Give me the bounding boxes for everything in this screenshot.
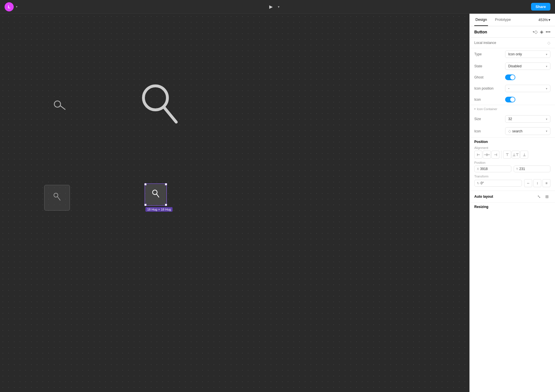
svg-line-5 xyxy=(58,197,60,200)
canvas[interactable]: 18 Hug × 18 Hug xyxy=(0,14,469,392)
resizing-title: Resizing xyxy=(474,205,550,209)
component-header: Button ▾ ◇ ◈ ••• xyxy=(470,26,555,38)
component-target-icon[interactable]: ◈ xyxy=(540,29,543,35)
topbar-center: ▶ ▾ xyxy=(268,2,281,11)
icon-value-label: Icon xyxy=(474,129,503,133)
align-middle-v-button[interactable]: ⊥⊤ xyxy=(512,151,520,159)
position-title: Position xyxy=(474,140,550,144)
state-dropdown[interactable]: Disabled ▾ xyxy=(505,62,550,70)
tab-design[interactable]: Design xyxy=(474,14,488,26)
svg-line-1 xyxy=(60,105,65,110)
topbar-right: Share xyxy=(531,3,550,11)
state-value[interactable]: Disabled ▾ xyxy=(505,62,550,70)
size-dropdown[interactable]: 32 ▾ xyxy=(505,115,550,123)
zoom-value: 453% xyxy=(538,18,548,22)
y-value[interactable]: 231 xyxy=(519,167,548,171)
icon-value-row: Icon ◇ search ▾ xyxy=(470,125,555,137)
position-section: Position Alignment ⊢ ⊣⊢ ⊣ ⊤ ⊥⊤ ⊥ Positio… xyxy=(470,137,555,191)
size-row: Size 32 ▾ xyxy=(470,113,555,125)
auto-layout-section: Auto layout ⤡ ⊞ xyxy=(470,191,555,202)
auto-layout-settings-button[interactable]: ⊞ xyxy=(544,193,550,200)
rotation-value[interactable]: 0° xyxy=(481,181,484,185)
play-button[interactable]: ▶ xyxy=(268,2,274,11)
component-more-icon[interactable]: ••• xyxy=(546,29,550,35)
icon-value[interactable]: ◇ search ▾ xyxy=(505,127,550,135)
align-center-h-button[interactable]: ⊣⊢ xyxy=(483,151,491,159)
selected-button-icon xyxy=(152,189,159,200)
x-value[interactable]: 3918 xyxy=(480,167,509,171)
play-chevron-button[interactable]: ▾ xyxy=(277,4,281,10)
x-input-group[interactable]: X 3918 xyxy=(474,165,511,172)
topbar: L ▾ ▶ ▾ Share xyxy=(0,0,555,14)
svg-point-0 xyxy=(54,100,61,108)
size-prop-value[interactable]: 32 ▾ xyxy=(505,115,550,123)
icon-value-dropdown[interactable]: ◇ search ▾ xyxy=(505,127,550,135)
align-horizontal-group: ⊢ ⊣⊢ ⊣ xyxy=(474,151,499,159)
rotation-input[interactable]: ↻ 0° xyxy=(474,180,522,187)
align-separator xyxy=(501,151,501,159)
state-dropdown-value: Disabled xyxy=(508,64,522,68)
ghost-label: Ghost xyxy=(474,75,503,79)
y-input-group[interactable]: Y 231 xyxy=(514,165,551,172)
align-vertical-group: ⊤ ⊥⊤ ⊥ xyxy=(503,151,528,159)
header-icons: ◇ ◈ ••• xyxy=(534,29,550,35)
type-row: Type Icon only ▾ xyxy=(470,48,555,60)
align-right-button[interactable]: ⊣ xyxy=(491,151,499,159)
canvas-search-large xyxy=(140,82,180,134)
transform-icons: ↔ ↕ ≡ xyxy=(524,179,550,187)
component-name: Button xyxy=(474,30,532,34)
rotation-icon: ↻ xyxy=(477,181,479,185)
icon-position-value[interactable]: - ▾ xyxy=(505,85,550,92)
ghost-button-icon xyxy=(53,192,61,203)
align-left-button[interactable]: ⊢ xyxy=(474,151,482,159)
type-dropdown-value: Icon only xyxy=(508,52,522,56)
flip-horizontal-button[interactable]: ↔ xyxy=(524,179,532,187)
resizing-section: Resizing xyxy=(470,202,555,211)
ghost-row: Ghost xyxy=(470,72,555,82)
main-layout: 18 Hug × 18 Hug Design Prototype 453% ▾ … xyxy=(0,14,555,392)
type-dropdown[interactable]: Icon only ▾ xyxy=(505,50,550,58)
flip-vertical-button[interactable]: ↕ xyxy=(533,179,541,187)
auto-layout-collapse-button[interactable]: ⤡ xyxy=(536,193,542,200)
align-top-button[interactable]: ⊤ xyxy=(503,151,511,159)
transform-extra-button[interactable]: ≡ xyxy=(542,179,550,187)
icon-toggle-row: Icon xyxy=(470,94,555,105)
ghost-toggle[interactable] xyxy=(505,74,515,80)
icon-position-chevron-icon: ▾ xyxy=(546,87,547,90)
icon-container-chevron-icon[interactable]: ▾ xyxy=(474,108,476,110)
svg-line-3 xyxy=(164,107,176,122)
avatar-chevron-icon[interactable]: ▾ xyxy=(16,5,17,8)
state-dropdown-chevron-icon: ▾ xyxy=(546,65,547,68)
topbar-left: L ▾ xyxy=(5,2,17,11)
align-bottom-button[interactable]: ⊥ xyxy=(520,151,528,159)
size-dropdown-value: 32 xyxy=(508,117,512,121)
state-row: State Disabled ▾ xyxy=(470,60,555,72)
icon-container-label: Icon Container xyxy=(477,107,497,111)
icon-toggle[interactable] xyxy=(505,97,515,102)
local-instance-row: Local instance ◇ xyxy=(470,38,555,48)
component-link-icon[interactable]: ◇ xyxy=(534,29,538,35)
icon-value-chevron-icon: ▾ xyxy=(546,130,547,133)
zoom-chevron-icon: ▾ xyxy=(548,18,550,22)
local-instance-icon[interactable]: ◇ xyxy=(547,41,550,45)
canvas-selected-button[interactable] xyxy=(145,184,166,205)
icon-position-label: Icon position xyxy=(474,86,503,90)
handle-tl xyxy=(144,183,147,185)
share-button[interactable]: Share xyxy=(531,3,550,11)
type-value[interactable]: Icon only ▾ xyxy=(505,50,550,58)
svg-point-4 xyxy=(54,193,58,197)
icon-position-dropdown[interactable]: - ▾ xyxy=(505,85,550,92)
type-dropdown-chevron-icon: ▾ xyxy=(546,53,547,56)
icon-position-dropdown-value: - xyxy=(508,86,509,90)
transform-label: Transform xyxy=(474,175,550,178)
avatar: L xyxy=(5,2,14,11)
icon-toggle-label: Icon xyxy=(474,98,503,102)
tab-prototype[interactable]: Prototype xyxy=(494,14,512,26)
svg-line-7 xyxy=(157,194,159,197)
zoom-control[interactable]: 453% ▾ xyxy=(538,18,550,22)
size-dropdown-chevron-icon: ▾ xyxy=(546,118,547,121)
position-label: Position xyxy=(474,161,550,164)
canvas-ghost-button-small xyxy=(44,185,70,211)
y-label: Y xyxy=(516,167,518,171)
right-panel: Design Prototype 453% ▾ Button ▾ ◇ ◈ •••… xyxy=(469,14,555,392)
